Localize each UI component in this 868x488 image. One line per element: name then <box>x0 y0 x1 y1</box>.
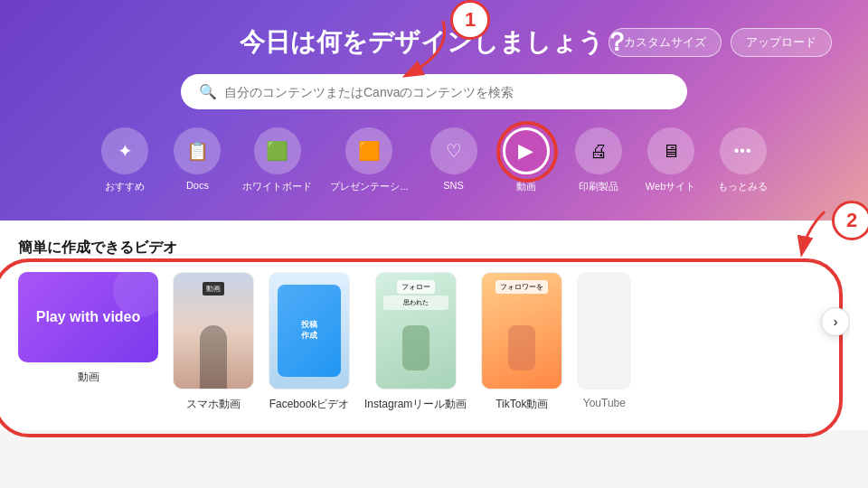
print-icon: 🖨 <box>590 141 608 162</box>
category-recommended[interactable]: ✦ おすすめ <box>98 127 152 193</box>
video-item-label-instagram: Instagramリール動画 <box>364 397 467 412</box>
video-item-youtube[interactable]: YouTube <box>577 272 631 409</box>
video-item-playwithvideo[interactable]: Play with video 動画 <box>18 272 158 385</box>
website-icon-circle: 🖥 <box>647 127 694 174</box>
video-item-label-tiktok: TikTok動画 <box>495 397 548 412</box>
more-label: もっとみる <box>718 180 768 193</box>
main-content: 簡単に作成できるビデオ 2 Play with video 動画 <box>0 221 868 430</box>
search-icon: 🔍 <box>199 83 217 100</box>
annotation-circle-2: 2 <box>832 201 868 240</box>
video-scroll-container: Play with video 動画 動画 スマホ動画 投稿作成 <box>18 272 850 412</box>
sns-icon: ♡ <box>446 140 462 162</box>
sns-icon-circle: ♡ <box>430 127 477 174</box>
video-item-instagram[interactable]: フォロー 思われた Instagramリール動画 <box>364 272 467 412</box>
custom-size-button[interactable]: カスタムサイズ <box>609 28 722 57</box>
instagram-inner: フォロー 思われた <box>376 273 456 389</box>
website-icon: 🖥 <box>662 141 680 162</box>
print-icon-circle: 🖨 <box>575 127 622 174</box>
website-label: Webサイト <box>646 180 695 193</box>
category-docs[interactable]: 📋 Docs <box>170 127 224 193</box>
video-item-label-youtube: YouTube <box>583 397 626 409</box>
smartphone-fashion-text: 動画 <box>203 282 224 296</box>
category-whiteboard[interactable]: 🟩 ホワイトボード <box>242 127 312 193</box>
header-banner: 1 今日は何をデザインしましょう？ カスタムサイズ アップロード 🔍 <box>0 0 868 221</box>
whiteboard-label: ホワイトボード <box>242 180 312 193</box>
whiteboard-icon: 🟩 <box>266 140 288 162</box>
video-item-label-playwithvideo: 動画 <box>78 370 99 385</box>
category-sns[interactable]: ♡ SNS <box>427 127 481 193</box>
video-item-label-smartphone: スマホ動画 <box>186 397 241 412</box>
presentation-icon: 🟧 <box>358 140 381 162</box>
thumb-smartphone: 動画 <box>173 272 254 389</box>
annotation-circle-1: 1 <box>450 0 490 40</box>
thumb-youtube <box>577 272 631 389</box>
more-icon: ••• <box>734 143 752 159</box>
app-container: 1 今日は何をデザインしましょう？ カスタムサイズ アップロード 🔍 <box>0 0 868 430</box>
header-top: 今日は何をデザインしましょう？ カスタムサイズ アップロード <box>36 25 832 60</box>
section-title: 簡単に作成できるビデオ <box>18 239 850 258</box>
facebook-thumb-inner: 投稿作成 <box>278 285 341 377</box>
insta-follow-badge: フォロー <box>397 280 435 294</box>
print-label: 印刷製品 <box>579 180 618 193</box>
video-item-smartphone[interactable]: 動画 スマホ動画 <box>173 272 254 412</box>
category-print[interactable]: 🖨 印刷製品 <box>571 127 626 193</box>
docs-icon-circle: 📋 <box>174 127 221 174</box>
more-icon-circle: ••• <box>720 127 767 174</box>
docs-label: Docs <box>186 180 209 191</box>
video-item-facebook[interactable]: 投稿作成 Facebookビデオ <box>269 272 350 412</box>
sns-label: SNS <box>443 180 464 191</box>
thumb-tiktok: フォロワーを <box>481 272 562 389</box>
scroll-right-arrow[interactable]: › <box>821 307 850 336</box>
category-video[interactable]: ▶ 動画 <box>499 127 553 193</box>
tiktok-follow-badge: フォロワーを <box>495 280 548 294</box>
presentation-label: プレゼンテーシ... <box>330 180 408 193</box>
search-bar: 🔍 <box>181 74 687 109</box>
category-website[interactable]: 🖥 Webサイト <box>644 127 698 193</box>
video-icon-circle: ▶ <box>503 127 550 174</box>
insta-sub-badge: 思われた <box>383 296 448 310</box>
category-presentation[interactable]: 🟧 プレゼンテーシ... <box>330 127 408 193</box>
video-label-text: 動画 <box>516 180 536 193</box>
video-play-icon: ▶ <box>518 139 533 163</box>
category-more[interactable]: ••• もっとみる <box>716 127 770 193</box>
whiteboard-icon-circle: 🟩 <box>254 127 301 174</box>
annotation-circle-2-container: 2 <box>832 201 868 240</box>
thumb-playwithvideo: Play with video <box>18 272 158 362</box>
search-input[interactable] <box>224 85 669 99</box>
recommended-label: おすすめ <box>105 180 145 193</box>
thumb-instagram: フォロー 思われた <box>375 272 457 389</box>
category-row: ✦ おすすめ 📋 Docs 🟩 ホワイトボード 🟧 プ <box>36 127 832 193</box>
video-item-tiktok[interactable]: フォロワーを TikTok動画 <box>481 272 562 412</box>
upload-button[interactable]: アップロード <box>731 28 832 57</box>
smartphone-figure: 動画 <box>174 273 253 389</box>
chevron-right-icon: › <box>834 314 838 329</box>
recommended-icon: ✦ <box>118 140 133 162</box>
header-buttons: カスタムサイズ アップロード <box>609 28 832 57</box>
video-item-label-facebook: Facebookビデオ <box>269 397 350 412</box>
presentation-icon-circle: 🟧 <box>345 127 392 174</box>
tiktok-inner: フォロワーを <box>482 273 561 389</box>
page-title: 今日は何をデザインしましょう？ <box>240 25 629 60</box>
thumb-facebook: 投稿作成 <box>269 272 350 389</box>
playwithvideo-text: Play with video <box>29 301 148 333</box>
recommended-icon-circle: ✦ <box>101 127 148 174</box>
docs-icon: 📋 <box>186 140 209 162</box>
